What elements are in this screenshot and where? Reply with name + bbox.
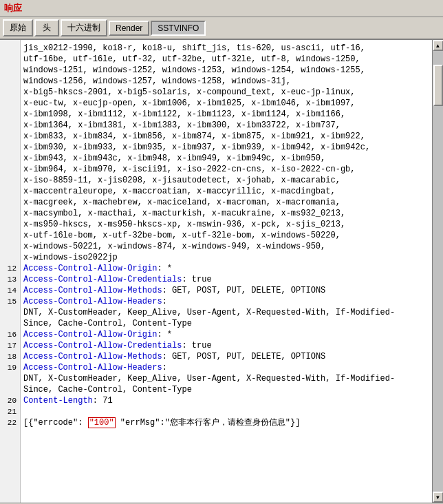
errcode-value: "100" (88, 417, 116, 428)
title-bar: 响应 (0, 0, 443, 17)
line-32: Since, Cache-Control, Content-Type (23, 384, 429, 395)
line-7: x-ibm1098, x-ibm1112, x-ibm1122, x-ibm11… (23, 109, 429, 120)
line-21: Access-Control-Allow-Origin: * (23, 263, 429, 274)
header-key-19: Access-Control-Allow-Headers (23, 363, 162, 372)
line-29: Access-Control-Allow-Methods: GET, POST,… (23, 351, 429, 362)
line-10: x-ibm930, x-ibm933, x-ibm935, x-ibm937, … (23, 142, 429, 153)
line-23: Access-Control-Allow-Methods: GET, POST,… (23, 285, 429, 296)
line-6: x-euc-tw, x-eucjp-open, x-ibm1006, x-ibm… (23, 98, 429, 109)
line-16: x-macsymbol, x-macthai, x-macturkish, x-… (23, 208, 429, 219)
header-key-20: Content-Length (23, 396, 93, 406)
line-9: x-ibm833, x-ibm834, x-ibm856, x-ibm874, … (23, 131, 429, 142)
line-26: Since, Cache-Control, Content-Type (23, 318, 429, 329)
toolbar: 原始 头 十六进制 Render SSTVINFO (0, 17, 443, 40)
line-25: DNT, X-CustomHeader, Keep_Alive, User-Ag… (23, 307, 429, 318)
header-key-13: Access-Control-Allow-Credentials (23, 275, 182, 284)
btn-original[interactable]: 原始 (3, 19, 33, 36)
line-numbers: 12 13 14 15 16 17 18 19 20 21 22 (0, 40, 21, 503)
line-28: Access-Control-Allow-Credentials: true (23, 340, 429, 351)
header-key-12: Access-Control-Allow-Origin (23, 264, 157, 273)
line-24: Access-Control-Allow-Headers: (23, 296, 429, 307)
title-text: 响应 (4, 2, 22, 14)
btn-sstvinfo[interactable]: SSTVINFO (151, 21, 206, 36)
line-30: Access-Control-Allow-Headers: (23, 362, 429, 373)
line-17: x-ms950-hkscs, x-ms950-hkscs-xp, x-mswin… (23, 219, 429, 230)
line-27: Access-Control-Allow-Origin: * (23, 329, 429, 340)
line-15: x-macgreek, x-machebrew, x-maciceland, x… (23, 197, 429, 208)
line-31: DNT, X-CustomHeader, Keep_Alive, User-Ag… (23, 373, 429, 384)
scroll-down-button[interactable]: ▼ (433, 492, 444, 503)
vertical-scrollbar[interactable]: ▲ ▼ (432, 40, 443, 503)
line-5: x-big5-hkscs-2001, x-big5-solaris, x-com… (23, 87, 429, 98)
header-key-16: Access-Control-Allow-Origin (23, 330, 157, 339)
line-22: Access-Control-Allow-Credentials: true (23, 274, 429, 285)
line-12: x-ibm964, x-ibm970, x-iscii91, x-iso-202… (23, 164, 429, 175)
line-14: x-maccentraleurope, x-maccroatian, x-mac… (23, 186, 429, 197)
line-34 (23, 406, 429, 417)
line-20: x-windows-iso2022jp (23, 252, 429, 263)
line-35: [{"errcode": "100" "errMsg":"您非本行客户，请检查身… (23, 417, 429, 428)
scroll-track[interactable] (433, 51, 444, 492)
line-11: x-ibm943, x-ibm943c, x-ibm948, x-ibm949,… (23, 153, 429, 164)
line-18: x-utf-16le-bom, x-utf-32be-bom, x-utf-32… (23, 230, 429, 241)
header-key-14: Access-Control-Allow-Methods (23, 286, 162, 295)
btn-hex[interactable]: 十六进制 (61, 19, 107, 36)
scroll-thumb[interactable] (433, 65, 443, 106)
line-8: x-ibm1364, x-ibm1381, x-ibm1383, x-ibm30… (23, 120, 429, 131)
btn-render[interactable]: Render (109, 21, 149, 36)
line-3: windows-1251, windows-1252, windows-1253… (23, 65, 429, 76)
line-13: x-iso-8859-11, x-jis0208, x-jisautodetec… (23, 175, 429, 186)
header-key-18: Access-Control-Allow-Methods (23, 352, 162, 361)
line-2: utf-16be, utf-16le, utf-32, utf-32be, ut… (23, 54, 429, 65)
line-4: windows-1256, windows-1257, windows-1258… (23, 76, 429, 87)
scroll-up-button[interactable]: ▲ (433, 40, 444, 51)
line-19: x-windows-50221, x-windows-874, x-window… (23, 241, 429, 252)
content-area[interactable]: jis_x0212-1990, koi8-r, koi8-u, shift_ji… (21, 40, 432, 503)
main-container: 12 13 14 15 16 17 18 19 20 21 22 jis_x02… (0, 40, 443, 503)
line-1: jis_x0212-1990, koi8-r, koi8-u, shift_ji… (23, 43, 429, 54)
btn-headers[interactable]: 头 (34, 19, 59, 36)
header-key-17: Access-Control-Allow-Credentials (23, 341, 182, 350)
line-33: Content-Length: 71 (23, 395, 429, 406)
header-key-15: Access-Control-Allow-Headers (23, 297, 162, 306)
